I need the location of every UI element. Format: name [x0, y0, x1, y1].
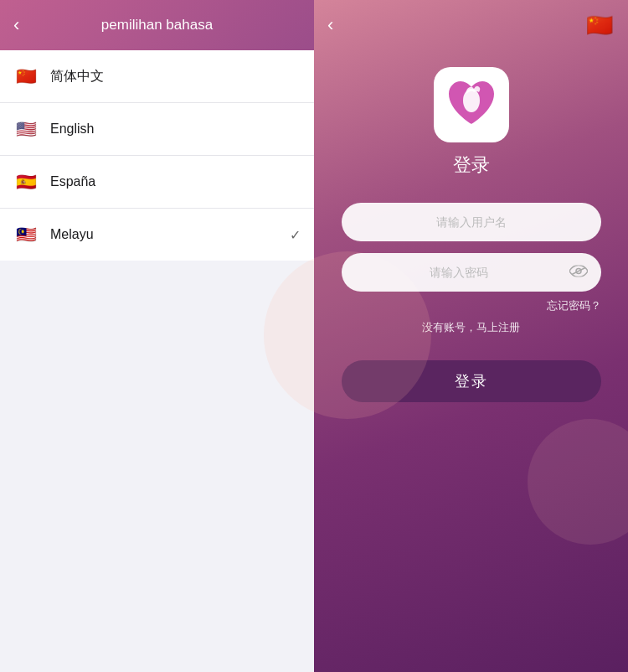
forgot-password-link[interactable]: 忘记密码？: [342, 298, 601, 313]
svg-point-0: [463, 89, 480, 112]
logo-svg: [442, 75, 501, 134]
right-back-button[interactable]: ‹: [327, 14, 333, 36]
right-top-bar: ‹ 🇨🇳: [314, 0, 628, 50]
flag-es: 🇪🇸: [13, 169, 39, 194]
password-toggle-icon[interactable]: [569, 264, 588, 282]
register-link[interactable]: 没有账号，马上注册: [342, 320, 601, 335]
app-logo: [434, 67, 509, 142]
login-panel: ‹ 🇨🇳 登录 忘记密码？ 没有账号，马上注册 登录: [314, 0, 628, 672]
password-input[interactable]: [342, 253, 601, 292]
bg-decoration-2: [528, 419, 628, 545]
panel-title: pemilihan bahasa: [101, 17, 213, 34]
login-button[interactable]: 登录: [342, 360, 601, 402]
language-name-es: España: [50, 174, 95, 189]
flag-zh: 🇨🇳: [13, 64, 39, 89]
language-name-ms: Melayu: [50, 227, 94, 242]
language-item-es[interactable]: 🇪🇸España: [0, 156, 314, 209]
language-item-zh[interactable]: 🇨🇳简体中文: [0, 50, 314, 103]
language-item-ms[interactable]: 🇲🇾Melayu✓: [0, 209, 314, 261]
login-title: 登录: [453, 152, 490, 178]
flag-en: 🇺🇸: [13, 116, 39, 142]
language-name-zh: 简体中文: [50, 68, 104, 85]
left-header: ‹ pemilihan bahasa: [0, 0, 314, 50]
flag-ms: 🇲🇾: [13, 222, 39, 247]
country-flag-button[interactable]: 🇨🇳: [584, 10, 615, 40]
language-list: 🇨🇳简体中文🇺🇸English🇪🇸España🇲🇾Melayu✓: [0, 50, 314, 261]
password-wrapper: [342, 253, 601, 292]
left-back-button[interactable]: ‹: [13, 14, 19, 36]
username-input[interactable]: [342, 203, 601, 241]
language-name-en: English: [50, 121, 94, 137]
language-item-en[interactable]: 🇺🇸English: [0, 103, 314, 156]
selected-checkmark: ✓: [290, 227, 301, 243]
language-panel: ‹ pemilihan bahasa 🇨🇳简体中文🇺🇸English🇪🇸Espa…: [0, 0, 314, 672]
